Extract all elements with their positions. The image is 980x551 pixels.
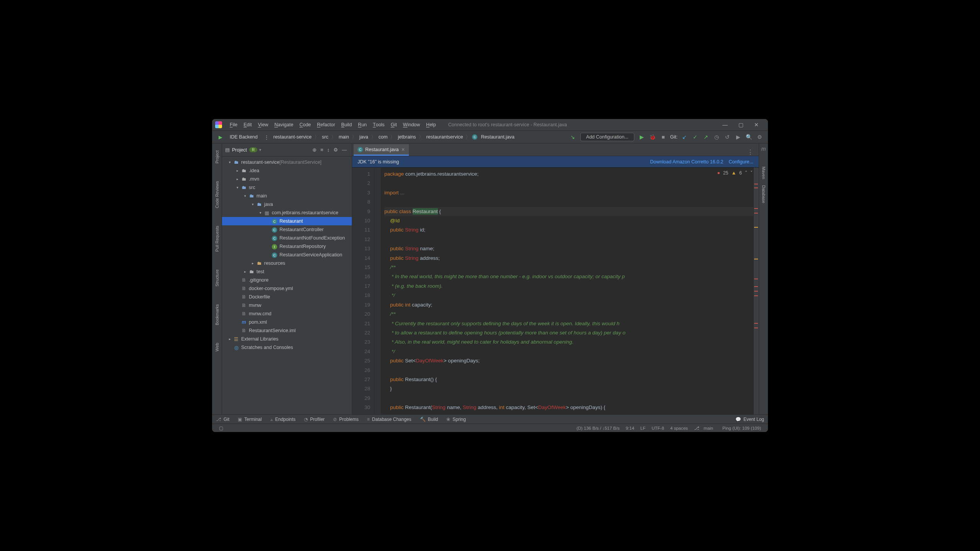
status-indent[interactable]: 4 spaces	[670, 426, 688, 430]
close-tab-icon[interactable]: ✕	[401, 147, 405, 152]
tree-node[interactable]: mpom.xml	[222, 318, 352, 326]
event-log[interactable]: 💬Event Log	[735, 417, 764, 422]
breadcrumb-item[interactable]: jetbrains	[397, 134, 417, 140]
tree-node[interactable]: 🗎mvnw	[222, 301, 352, 310]
menu-code[interactable]: Code	[296, 119, 314, 130]
tool-tab-pull-requests[interactable]: Pull Requests	[215, 223, 219, 255]
tree-node[interactable]: CRestaurantServiceApplication	[222, 251, 352, 259]
tool-tab-bookmarks[interactable]: Bookmarks	[215, 301, 219, 328]
menu-view[interactable]: View	[255, 119, 271, 130]
project-tree[interactable]: ▾🖿restaurant-service [RestaurantService]…	[222, 156, 352, 414]
tree-node[interactable]: ▾🖿restaurant-service [RestaurantService]	[222, 158, 352, 166]
breadcrumb-item[interactable]: java	[358, 134, 369, 140]
tree-node[interactable]: ▸🖿.idea	[222, 166, 352, 175]
search-icon[interactable]: 🔍	[745, 134, 752, 140]
bottom-tab-profiler[interactable]: ◔Profiler	[304, 417, 325, 422]
tree-node[interactable]: 🗎mvnw.cmd	[222, 310, 352, 318]
breadcrumb-item[interactable]: restaurant-service	[272, 134, 313, 140]
bottom-tab-endpoints[interactable]: ⟁Endpoints	[270, 417, 296, 422]
bottom-tab-terminal[interactable]: ▣Terminal	[238, 417, 261, 422]
stop-icon[interactable]: ■	[660, 134, 667, 140]
tree-node[interactable]: IRestaurantRepository	[222, 242, 352, 251]
bottom-tab-problems[interactable]: ⊘Problems	[333, 417, 359, 422]
run-icon[interactable]: ▶	[639, 134, 645, 140]
tree-node[interactable]: ▸🖿.mvn	[222, 175, 352, 183]
ide-backend-chip[interactable]: IDE Backend	[226, 133, 261, 141]
breadcrumb-item[interactable]: com	[377, 134, 389, 140]
menu-tools[interactable]: Tools	[370, 119, 388, 130]
git-update-icon[interactable]: ↙	[681, 134, 688, 140]
breadcrumb-item[interactable]: Restaurant.java	[480, 134, 516, 140]
status-caret[interactable]: 9:14	[626, 426, 634, 430]
menu-window[interactable]: Window	[400, 119, 423, 130]
run-anything-icon[interactable]: ▶	[216, 132, 225, 142]
expand-all-icon[interactable]: ≡	[320, 147, 323, 153]
maven-icon[interactable]: m	[761, 146, 766, 152]
tab-more-icon[interactable]: ⋮	[742, 148, 759, 156]
git-commit-icon[interactable]: ✓	[692, 134, 699, 140]
minimize-icon[interactable]: —	[722, 122, 728, 128]
history-icon[interactable]: ◷	[713, 134, 720, 140]
tree-node[interactable]: ▸🖿resources	[222, 259, 352, 267]
run-config-select[interactable]: Add Configuration...	[580, 133, 634, 141]
debug-icon[interactable]: 🐞	[649, 134, 656, 140]
breadcrumb-item[interactable]: restaurantservice	[425, 134, 464, 140]
tree-node[interactable]: ▸☰External Libraries	[222, 335, 352, 343]
tree-node[interactable]: ◎Scratches and Consoles	[222, 343, 352, 352]
breadcrumb-item[interactable]: main	[338, 134, 350, 140]
tool-tab-project[interactable]: Project	[215, 147, 219, 166]
settings-icon[interactable]: ⚙	[756, 134, 763, 140]
tree-node[interactable]: ▾▦com.jetbrains.restaurantservice	[222, 209, 352, 217]
menu-help[interactable]: Help	[423, 119, 439, 130]
menu-build[interactable]: Build	[338, 119, 355, 130]
bottom-tab-database-changes[interactable]: ≡Database Changes	[367, 417, 412, 422]
next-highlight-icon[interactable]: ˅	[750, 170, 753, 176]
hammer-icon[interactable]: ↘	[569, 134, 576, 140]
tool-tab-maven[interactable]: Maven	[761, 163, 766, 182]
menu-refactor[interactable]: Refactor	[314, 119, 338, 130]
tree-node[interactable]: CRestaurant	[222, 217, 352, 225]
code-area[interactable]: 1238910111213141516171819202122232425262…	[352, 168, 759, 414]
tree-node[interactable]: 🗎Dockerfile	[222, 293, 352, 301]
bottom-tab-git[interactable]: ⎇Git	[216, 417, 229, 422]
close-icon[interactable]: ✕	[754, 122, 759, 128]
bottom-tab-spring[interactable]: ❀Spring	[446, 417, 466, 422]
tree-node[interactable]: CRestaurantController	[222, 225, 352, 234]
tree-node[interactable]: ▸🖿test	[222, 267, 352, 276]
tool-tab-structure[interactable]: Structure	[215, 266, 219, 290]
coverage-icon[interactable]: ▶	[735, 134, 742, 140]
menu-navigate[interactable]: Navigate	[271, 119, 296, 130]
tool-tab-database[interactable]: Database	[761, 182, 766, 206]
banner-configure-link[interactable]: Configure...	[728, 159, 753, 165]
bottom-tab-build[interactable]: 🔨Build	[420, 417, 438, 422]
tree-node[interactable]: 🗎RestaurantService.iml	[222, 326, 352, 335]
tree-node[interactable]: ▾🖿main	[222, 192, 352, 200]
tree-node[interactable]: 🗎.gitignore	[222, 276, 352, 284]
maximize-icon[interactable]: ▢	[738, 122, 743, 128]
status-encoding[interactable]: UTF-8	[652, 426, 664, 430]
collapse-all-icon[interactable]: ↕	[327, 147, 330, 153]
status-eol[interactable]: LF	[640, 426, 645, 430]
prev-highlight-icon[interactable]: ˄	[745, 170, 747, 176]
error-stripe[interactable]	[753, 168, 759, 414]
tool-tab-web[interactable]: Web	[215, 340, 219, 354]
git-push-icon[interactable]: ↗	[702, 134, 709, 140]
inspection-summary[interactable]: ●25 ▲6 ˄ ˅	[717, 170, 753, 176]
hide-panel-icon[interactable]: —	[342, 147, 347, 153]
tree-node[interactable]: ▾🖿src	[222, 183, 352, 192]
status-branch[interactable]: ⎇ main	[694, 425, 716, 431]
breadcrumb-item[interactable]: src	[321, 134, 330, 140]
menu-git[interactable]: Git	[388, 119, 400, 130]
source-text[interactable]: package com.jetbrains.restaurantservice;…	[381, 168, 753, 414]
tree-node[interactable]: 🗎docker-compose.yml	[222, 284, 352, 293]
tree-node[interactable]: ▾🖿java	[222, 200, 352, 209]
tool-tab-code-reviews[interactable]: Code Reviews	[215, 178, 219, 211]
rollback-icon[interactable]: ↺	[724, 134, 731, 140]
editor-tab[interactable]: C Restaurant.java ✕	[354, 144, 409, 156]
select-open-file-icon[interactable]: ⊕	[312, 147, 317, 153]
status-tool-icon[interactable]: ▢	[219, 425, 223, 431]
menu-edit[interactable]: Edit	[240, 119, 255, 130]
settings-gear-icon[interactable]: ⚙	[333, 147, 338, 153]
banner-download-link[interactable]: Download Amazon Corretto 16.0.2	[650, 159, 723, 165]
menu-file[interactable]: File	[227, 119, 240, 130]
